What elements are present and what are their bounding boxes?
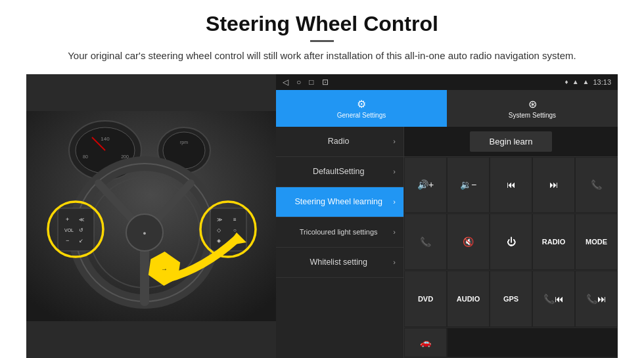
- status-time: 13:13: [593, 78, 611, 86]
- svg-text:−: −: [66, 237, 69, 244]
- menu-item-radio-label: Radio: [284, 136, 393, 146]
- settings-icon: ⚙: [357, 98, 366, 110]
- menu-item-default-label: DefaultSetting: [284, 166, 393, 177]
- svg-text:140: 140: [101, 136, 110, 142]
- title-divider: [310, 40, 334, 42]
- gps-button[interactable]: GPS: [490, 271, 532, 327]
- menu-item-steering-label: Steering Wheel learning: [284, 196, 393, 207]
- chevron-icon: ›: [393, 168, 396, 175]
- back-icon[interactable]: ◁: [283, 78, 288, 87]
- button-row-2: 📞 🔇 ⏻ RADIO MODE: [404, 213, 618, 271]
- home-icon[interactable]: ○: [296, 78, 301, 87]
- svg-text:●: ●: [143, 230, 146, 236]
- phone-answer-button[interactable]: 📞: [575, 157, 618, 213]
- tab-system-label: System Settings: [509, 112, 556, 119]
- radio-label: RADIO: [542, 238, 565, 246]
- tel-next-button[interactable]: 📞⏭: [575, 271, 618, 327]
- tel-prev-button[interactable]: 📞⏮: [532, 271, 575, 327]
- radio-button[interactable]: RADIO: [532, 213, 575, 270]
- dvd-button[interactable]: DVD: [404, 271, 447, 327]
- svg-text:↺: ↺: [79, 227, 83, 233]
- page-wrapper: Steering Wheel Control Your original car…: [0, 0, 644, 358]
- page-title: Steering Wheel Control: [206, 12, 438, 36]
- chevron-icon: ›: [393, 198, 396, 206]
- status-bar: ◁ ○ □ ⊡ ♦ ▲ ▲ 13:13: [276, 74, 618, 90]
- menu-item-whitelist[interactable]: Whitelist setting ›: [276, 248, 403, 278]
- android-ui: ◁ ○ □ ⊡ ♦ ▲ ▲ 13:13 ⚙ General Settings: [276, 74, 618, 359]
- audio-label: AUDIO: [457, 295, 480, 303]
- mode-label: MODE: [586, 238, 607, 246]
- button-row-1: 🔊+ 🔉− ⏮ ⏭ 📞: [404, 157, 618, 214]
- svg-text:rpm: rpm: [180, 140, 188, 145]
- hangup-button[interactable]: 📞: [404, 213, 447, 270]
- tab-system[interactable]: ⊛ System Settings: [447, 90, 618, 127]
- svg-text:VOL: VOL: [64, 228, 74, 233]
- car-icon-button[interactable]: 🚗: [404, 328, 447, 357]
- vol-down-icon: 🔉−: [460, 179, 476, 190]
- tab-general[interactable]: ⚙ General Settings: [276, 90, 447, 127]
- menu-item-whitelist-label: Whitelist setting: [284, 257, 393, 267]
- mode-button[interactable]: MODE: [575, 213, 618, 270]
- content-row: 140 80 200 rpm ●: [26, 74, 618, 359]
- page-subtitle: Your original car's steering wheel contr…: [68, 49, 576, 64]
- svg-text:80: 80: [83, 154, 88, 159]
- chevron-icon: ›: [393, 137, 396, 145]
- next-button[interactable]: ⏭: [532, 157, 575, 213]
- begin-learn-button[interactable]: Begin learn: [470, 131, 553, 152]
- tel-prev-icon: 📞⏮: [543, 294, 564, 304]
- power-button[interactable]: ⏻: [490, 213, 532, 270]
- chevron-icon: ›: [393, 258, 396, 266]
- svg-text:◇: ◇: [217, 227, 221, 233]
- vol-up-button[interactable]: 🔊+: [404, 157, 447, 213]
- svg-text:+: +: [66, 216, 69, 223]
- button-row-3: DVD AUDIO GPS 📞⏮ 📞⏭: [404, 271, 618, 328]
- svg-text:≫: ≫: [217, 217, 222, 223]
- right-panel: Begin learn 🔊+ 🔉− ⏮: [404, 127, 618, 359]
- tab-general-label: General Settings: [337, 112, 386, 119]
- svg-text:→: →: [161, 265, 168, 273]
- tel-next-icon: 📞⏭: [586, 294, 607, 304]
- vol-up-icon: 🔊+: [417, 179, 434, 190]
- steering-svg: 140 80 200 rpm ●: [26, 111, 276, 321]
- chevron-icon: ›: [393, 228, 396, 236]
- tab-bar: ⚙ General Settings ⊛ System Settings: [276, 90, 618, 127]
- prev-button[interactable]: ⏮: [490, 157, 532, 213]
- wifi-icon: ▲: [572, 78, 579, 85]
- mute-icon: 🔇: [463, 236, 474, 247]
- audio-button[interactable]: AUDIO: [447, 271, 490, 327]
- menu-item-tricoloured[interactable]: Tricoloured light settings ›: [276, 217, 403, 248]
- status-bar-nav: ◁ ○ □ ⊡: [283, 78, 329, 87]
- button-row-4: 🚗: [404, 328, 618, 358]
- menu-item-radio[interactable]: Radio ›: [276, 127, 403, 157]
- phone-icon: 📞: [591, 179, 602, 190]
- next-icon: ⏭: [549, 179, 559, 190]
- vol-down-button[interactable]: 🔉−: [447, 157, 490, 213]
- signal-icon: ▲: [583, 78, 589, 85]
- menu-item-tricoloured-label: Tricoloured light settings: [284, 227, 393, 236]
- menu-item-default[interactable]: DefaultSetting ›: [276, 157, 403, 187]
- svg-text:≡: ≡: [233, 217, 237, 223]
- svg-text:○: ○: [233, 227, 237, 233]
- svg-text:↙: ↙: [79, 238, 83, 244]
- left-menu: Radio › DefaultSetting › Steering Wheel …: [276, 127, 404, 359]
- power-icon: ⏻: [507, 236, 516, 247]
- menu-item-steering[interactable]: Steering Wheel learning ›: [276, 187, 403, 217]
- recent-icon[interactable]: □: [309, 78, 313, 87]
- dvd-label: DVD: [418, 295, 433, 303]
- status-bar-info: ♦ ▲ ▲ 13:13: [565, 78, 611, 86]
- svg-rect-18: [58, 208, 94, 251]
- svg-text:≪: ≪: [79, 217, 84, 223]
- empty-row-space: [447, 328, 618, 357]
- mute-button[interactable]: 🔇: [447, 213, 490, 270]
- gps-icon: ♦: [565, 78, 568, 85]
- prev-icon: ⏮: [507, 179, 516, 190]
- steering-wheel-image: 140 80 200 rpm ●: [26, 74, 276, 359]
- begin-learn-row: Begin learn: [404, 127, 618, 157]
- gps-label: GPS: [503, 295, 518, 303]
- system-icon: ⊛: [528, 98, 537, 110]
- hangup-icon: 📞: [420, 236, 431, 247]
- main-content: Radio › DefaultSetting › Steering Wheel …: [276, 127, 618, 359]
- car-icon: 🚗: [420, 337, 431, 347]
- svg-text:◈: ◈: [217, 238, 221, 244]
- screenshot-icon[interactable]: ⊡: [322, 78, 329, 87]
